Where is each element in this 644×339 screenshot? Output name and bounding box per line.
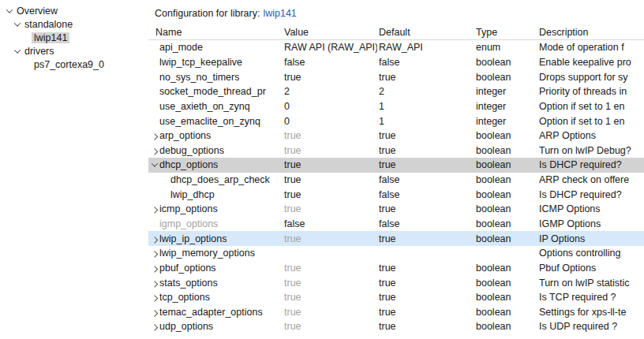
cell-value[interactable]: 0 xyxy=(283,101,377,112)
table-row-lwip_memory_options[interactable]: lwip_memory_optionsOptions controlling xyxy=(148,246,644,261)
cell-type: boolean xyxy=(474,307,537,318)
tree-item-label: drivers xyxy=(22,46,57,57)
cell-value[interactable]: 2 xyxy=(283,86,377,97)
cell-value[interactable]: false xyxy=(283,218,377,229)
cell-name: debug_options xyxy=(148,145,283,156)
table-row-udp_options[interactable]: udp_optionstruetruebooleanIs UDP require… xyxy=(148,319,644,334)
cell-type: boolean xyxy=(474,203,537,214)
table-row-lwip_ip_options[interactable]: lwip_ip_optionstruetruebooleanIP Options xyxy=(148,231,644,246)
column-header-default[interactable]: Default xyxy=(377,27,474,38)
param-name: socket_mode_thread_pr xyxy=(159,86,266,97)
cell-type: boolean xyxy=(474,72,537,83)
table-row-icmp_options[interactable]: icmp_optionstruetruebooleanICMP Options xyxy=(148,202,644,217)
cell-value[interactable]: true xyxy=(283,263,377,274)
table-row-igmp_options[interactable]: igmp_optionsfalsefalsebooleanIGMP Option… xyxy=(148,217,644,232)
table-row-lwip_tcp_keepalive[interactable]: lwip_tcp_keepalivefalsefalsebooleanEnabl… xyxy=(148,55,644,70)
cell-value[interactable]: false xyxy=(283,57,377,68)
column-header-value[interactable]: Value xyxy=(283,27,377,38)
tree-expand-toggle[interactable] xyxy=(13,20,22,29)
table-row-use_emaclite_on_zynq[interactable]: use_emaclite_on_zynq01integerOption if s… xyxy=(148,114,644,129)
table-row-arp_options[interactable]: arp_optionstruetruebooleanARP Options xyxy=(148,129,644,143)
chevron-right-icon xyxy=(152,295,158,301)
cell-value[interactable]: true xyxy=(283,130,377,141)
row-expand-toggle[interactable] xyxy=(150,204,159,214)
cell-value[interactable]: 0 xyxy=(283,116,377,127)
table-row-debug_options[interactable]: debug_optionstruetruebooleanTurn on lwIP… xyxy=(148,143,644,158)
cell-value[interactable]: true xyxy=(283,203,377,214)
cell-description: Drops support for sy xyxy=(537,72,644,83)
cell-value[interactable]: true xyxy=(283,72,377,83)
cell-value[interactable]: true xyxy=(283,321,377,332)
tree-item-label: lwip141 xyxy=(32,32,69,43)
sidebar-item-Overview[interactable]: Overview xyxy=(0,4,145,17)
param-name: dhcp_options xyxy=(159,159,218,170)
row-expand-toggle[interactable] xyxy=(150,248,159,258)
cell-type: boolean xyxy=(474,189,537,200)
indent-spacer xyxy=(150,87,159,96)
cell-name: lwip_dhcp xyxy=(148,189,283,200)
library-link[interactable]: lwip141 xyxy=(263,8,296,19)
column-header-description[interactable]: Description xyxy=(537,27,644,38)
cell-name: no_sys_no_timers xyxy=(148,72,283,83)
sidebar-item-standalone[interactable]: standalone xyxy=(0,17,145,31)
cell-default: false xyxy=(377,218,474,229)
column-header-type[interactable]: Type xyxy=(474,27,537,38)
table-row-pbuf_options[interactable]: pbuf_optionstruetruebooleanPbuf Options xyxy=(148,261,644,276)
cell-value[interactable]: true xyxy=(283,278,377,289)
cell-description: ICMP Options xyxy=(537,203,644,214)
config-header: Configuration for library:lwip141 xyxy=(145,0,644,24)
cell-value[interactable]: true xyxy=(283,159,377,170)
table-row-socket_mode_thread_pr[interactable]: socket_mode_thread_pr22integerPriority o… xyxy=(148,84,644,99)
row-expand-toggle[interactable] xyxy=(150,278,159,288)
sidebar-item-ps7_cortexa9_0[interactable]: ps7_cortexa9_0 xyxy=(0,58,145,71)
tree-expand-toggle[interactable] xyxy=(5,6,14,16)
cell-type: boolean xyxy=(474,233,537,244)
cell-type: integer xyxy=(474,86,537,97)
row-expand-toggle[interactable] xyxy=(150,292,159,302)
table-row-api_mode[interactable]: api_modeRAW API (RAW_API)RAW_APIenumMode… xyxy=(148,40,644,55)
tree-expand-toggle[interactable] xyxy=(13,47,22,56)
row-expand-toggle[interactable] xyxy=(150,146,159,155)
cell-value[interactable]: true xyxy=(283,233,377,244)
table-row-stats_options[interactable]: stats_optionstruetruebooleanTurn on lwIP… xyxy=(148,275,644,290)
cell-name: api_mode xyxy=(148,42,283,53)
cell-value[interactable]: RAW API (RAW_API) xyxy=(283,42,377,53)
cell-default: true xyxy=(377,321,474,332)
table-row-lwip_dhcp[interactable]: lwip_dhcptruefalsebooleanIs DHCP require… xyxy=(148,187,644,202)
table-row-use_axieth_on_zynq[interactable]: use_axieth_on_zynq01integerOption if set… xyxy=(148,99,644,114)
row-expand-toggle[interactable] xyxy=(150,160,159,170)
row-expand-toggle[interactable] xyxy=(150,263,159,273)
indent-spacer xyxy=(22,60,32,69)
table-row-tcp_options[interactable]: tcp_optionstruetruebooleanIs TCP require… xyxy=(148,290,644,305)
cell-value[interactable]: true xyxy=(283,174,377,185)
table-row-dhcp_does_arp_check[interactable]: dhcp_does_arp_checktruefalsebooleanARP c… xyxy=(148,173,644,188)
column-header-name[interactable]: Name xyxy=(148,27,283,38)
cell-default: true xyxy=(377,292,474,303)
cell-value[interactable]: true xyxy=(283,145,377,156)
cell-default: true xyxy=(377,72,474,83)
table-row-no_sys_no_timers[interactable]: no_sys_no_timerstruetruebooleanDrops sup… xyxy=(148,69,644,84)
row-expand-toggle[interactable] xyxy=(150,234,159,244)
param-name: lwip_dhcp xyxy=(170,189,215,200)
table-row-temac_adapter_options[interactable]: temac_adapter_optionstruetruebooleanSett… xyxy=(148,305,644,320)
row-expand-toggle[interactable] xyxy=(150,131,159,140)
cell-default: true xyxy=(377,130,474,141)
indent-spacer xyxy=(22,33,32,43)
cell-value[interactable]: true xyxy=(283,307,377,318)
cell-default: false xyxy=(377,57,474,68)
cell-name: temac_adapter_options xyxy=(148,307,283,318)
sidebar-item-drivers[interactable]: drivers xyxy=(0,44,145,58)
cell-type: boolean xyxy=(474,321,537,332)
cell-value[interactable]: true xyxy=(283,292,377,303)
sidebar-item-lwip141[interactable]: lwip141 xyxy=(0,31,145,44)
cell-type: boolean xyxy=(474,218,537,229)
cell-value[interactable]: true xyxy=(283,189,377,200)
tree-item-label: ps7_cortexa9_0 xyxy=(32,59,107,70)
row-expand-toggle[interactable] xyxy=(150,307,159,317)
cell-description: Is DHCP required? xyxy=(537,159,644,170)
row-expand-toggle[interactable] xyxy=(150,322,159,331)
cell-default: true xyxy=(377,263,474,274)
cell-default: true xyxy=(377,307,474,318)
param-name: igmp_options xyxy=(159,218,218,229)
table-row-dhcp_options[interactable]: dhcp_optionstruetruebooleanIs DHCP requi… xyxy=(148,158,644,173)
